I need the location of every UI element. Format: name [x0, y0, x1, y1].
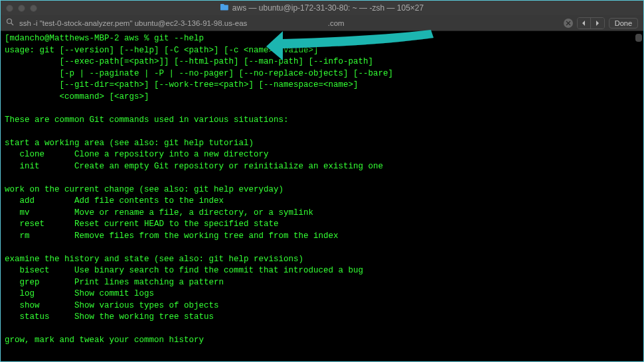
- minimize-window-button[interactable]: [18, 5, 25, 12]
- next-button[interactable]: [591, 18, 604, 29]
- clear-icon[interactable]: [564, 19, 573, 28]
- title-text: aws — ubuntu@ip-172-31-30-80: ~ — -zsh —…: [232, 3, 424, 13]
- titlebar: aws — ubuntu@ip-172-31-30-80: ~ — -zsh —…: [1, 1, 643, 15]
- toolbar: ssh -i "test-0-stock-analyzer.pem" ubunt…: [1, 15, 643, 31]
- zoom-window-button[interactable]: [30, 5, 37, 12]
- window-title: aws — ubuntu@ip-172-31-30-80: ~ — -zsh —…: [220, 3, 424, 13]
- close-window-button[interactable]: [6, 5, 13, 12]
- terminal-viewport[interactable]: [mdancho@Matthews-MBP-2 aws % git --help…: [1, 31, 643, 361]
- scrollbar-thumb[interactable]: [635, 34, 642, 42]
- prev-button[interactable]: [578, 18, 591, 29]
- nav-buttons: [577, 17, 605, 29]
- traffic-lights: [6, 5, 37, 12]
- done-button[interactable]: Done: [609, 18, 638, 29]
- command-input[interactable]: ssh -i "test-0-stock-analyzer.pem" ubunt…: [19, 19, 558, 27]
- svg-point-0: [7, 19, 12, 24]
- svg-line-1: [11, 23, 13, 25]
- folder-icon: [220, 3, 229, 13]
- search-icon[interactable]: [6, 18, 14, 28]
